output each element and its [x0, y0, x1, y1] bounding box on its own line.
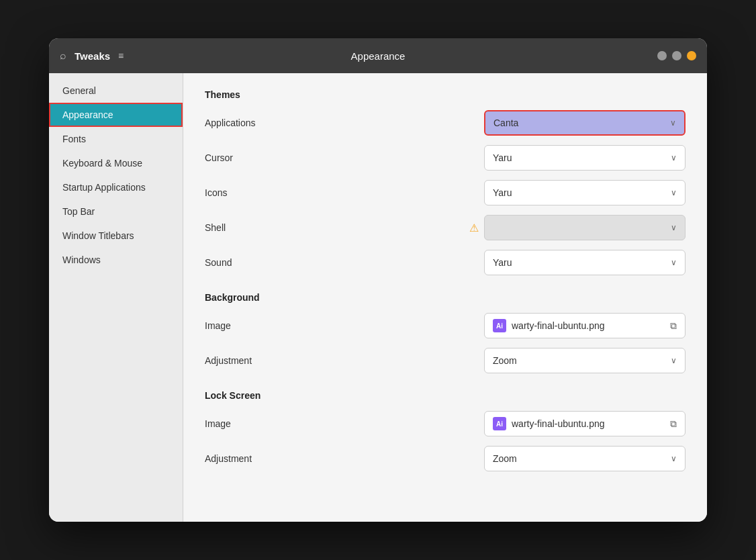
lock-screen-section-title: Lock Screen [205, 390, 686, 401]
bg-image-label: Image [205, 320, 339, 331]
icons-label: Icons [205, 187, 339, 198]
icons-row: Icons Yaru ∨ [205, 179, 686, 206]
bg-adjustment-control: Zoom ∨ [339, 348, 686, 373]
icons-control: Yaru ∨ [339, 180, 686, 205]
cursor-row: Cursor Yaru ∨ [205, 144, 686, 171]
lock-image-row: Image Ai warty-final-ubuntu.png ⧉ [205, 410, 686, 437]
sidebar-item-appearance[interactable]: Appearance [49, 103, 183, 127]
main-window: ⌕ Tweaks ≡ Appearance General Appearance… [49, 38, 707, 522]
menu-icon[interactable]: ≡ [118, 50, 124, 61]
bg-image-row: Image Ai warty-final-ubuntu.png ⧉ [205, 312, 686, 339]
bg-copy-icon[interactable]: ⧉ [670, 320, 677, 332]
themes-section-title: Themes [205, 89, 686, 100]
lock-image-label: Image [205, 418, 339, 429]
background-section: Background Image Ai warty-final-ubuntu.p… [205, 292, 686, 374]
lock-image-control: Ai warty-final-ubuntu.png ⧉ [339, 411, 686, 436]
lock-adjustment-chevron-icon: ∨ [671, 454, 677, 463]
background-section-title: Background [205, 292, 686, 303]
sidebar-item-window-titlebars[interactable]: Window Titlebars [49, 224, 183, 248]
titlebar-left: ⌕ Tweaks ≡ [60, 50, 124, 62]
applications-dropdown[interactable]: Canta ∨ [484, 110, 686, 136]
applications-row: Applications Canta ∨ [205, 109, 686, 136]
shell-control: ⚠ ∨ [339, 215, 686, 240]
sound-control: Yaru ∨ [339, 250, 686, 275]
applications-value: Canta [493, 118, 518, 128]
applications-control: Canta ∨ [339, 110, 686, 136]
sidebar-item-windows[interactable]: Windows [49, 248, 183, 272]
cursor-value: Yaru [493, 152, 512, 163]
shell-chevron-icon: ∨ [671, 223, 677, 232]
sound-row: Sound Yaru ∨ [205, 249, 686, 276]
lock-adjustment-row: Adjustment Zoom ∨ [205, 445, 686, 472]
lock-screen-section: Lock Screen Image Ai warty-final-ubuntu.… [205, 390, 686, 472]
main-content: General Appearance Fonts Keyboard & Mous… [49, 73, 707, 522]
icons-dropdown[interactable]: Yaru ∨ [484, 180, 686, 205]
icons-value: Yaru [493, 187, 512, 198]
sidebar-item-general[interactable]: General [49, 79, 183, 103]
bg-image-picker[interactable]: Ai warty-final-ubuntu.png ⧉ [484, 313, 686, 338]
icons-chevron-icon: ∨ [671, 188, 677, 197]
bg-file-icon: Ai [493, 319, 506, 332]
applications-label: Applications [205, 118, 339, 128]
sound-value: Yaru [493, 257, 512, 268]
bg-adjustment-chevron-icon: ∨ [671, 356, 677, 365]
bg-adjustment-label: Adjustment [205, 355, 339, 366]
shell-label: Shell [205, 222, 339, 233]
lock-file-icon: Ai [493, 417, 506, 430]
window-maximize-button[interactable] [687, 51, 696, 60]
applications-chevron-icon: ∨ [670, 118, 676, 128]
sidebar: General Appearance Fonts Keyboard & Mous… [49, 73, 183, 522]
window-close-button[interactable] [657, 51, 667, 60]
lock-image-picker[interactable]: Ai warty-final-ubuntu.png ⧉ [484, 411, 686, 436]
content-area: Themes Applications Canta ∨ Cursor [183, 73, 707, 522]
bg-adjustment-dropdown[interactable]: Zoom ∨ [484, 348, 686, 373]
sidebar-item-fonts[interactable]: Fonts [49, 127, 183, 151]
shell-dropdown[interactable]: ∨ [484, 215, 686, 240]
sidebar-item-startup-applications[interactable]: Startup Applications [49, 175, 183, 199]
sidebar-item-keyboard-mouse[interactable]: Keyboard & Mouse [49, 151, 183, 175]
lock-adjustment-dropdown[interactable]: Zoom ∨ [484, 446, 686, 471]
search-icon[interactable]: ⌕ [60, 50, 66, 62]
bg-adjustment-value: Zoom [493, 355, 517, 366]
titlebar: ⌕ Tweaks ≡ Appearance [49, 38, 707, 73]
shell-warning-icon: ⚠ [469, 222, 479, 234]
bg-image-control: Ai warty-final-ubuntu.png ⧉ [339, 313, 686, 338]
bg-file-name: warty-final-ubuntu.png [512, 320, 670, 331]
bg-adjustment-row: Adjustment Zoom ∨ [205, 347, 686, 374]
titlebar-page-title: Appearance [351, 50, 406, 62]
app-title: Tweaks [75, 50, 110, 62]
sound-dropdown[interactable]: Yaru ∨ [484, 250, 686, 275]
window-minimize-button[interactable] [672, 51, 681, 60]
lock-copy-icon[interactable]: ⧉ [670, 418, 677, 430]
lock-file-name: warty-final-ubuntu.png [512, 418, 670, 429]
cursor-control: Yaru ∨ [339, 145, 686, 171]
window-controls [657, 51, 696, 60]
cursor-dropdown[interactable]: Yaru ∨ [484, 145, 686, 171]
cursor-chevron-icon: ∨ [671, 153, 677, 162]
cursor-label: Cursor [205, 152, 339, 163]
sound-chevron-icon: ∨ [671, 258, 677, 267]
lock-adjustment-control: Zoom ∨ [339, 446, 686, 471]
shell-row: Shell ⚠ ∨ [205, 214, 686, 241]
lock-adjustment-value: Zoom [493, 453, 517, 464]
lock-adjustment-label: Adjustment [205, 453, 339, 464]
sidebar-item-top-bar[interactable]: Top Bar [49, 199, 183, 224]
sound-label: Sound [205, 257, 339, 268]
themes-section: Themes Applications Canta ∨ Cursor [205, 89, 686, 276]
